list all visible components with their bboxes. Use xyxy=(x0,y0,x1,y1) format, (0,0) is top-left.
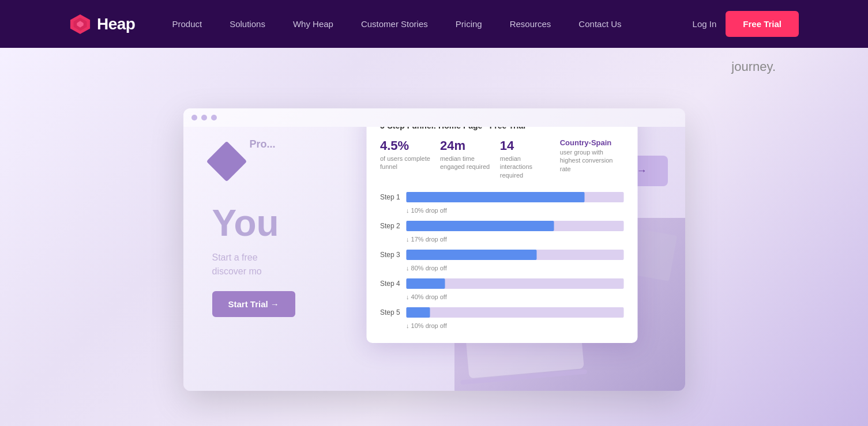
bar-fill-3 xyxy=(406,250,536,260)
chart-step-label-4: Step 4 xyxy=(380,280,406,288)
bar-bg-5 xyxy=(406,307,623,318)
chart-bars-3 xyxy=(406,247,623,262)
dropoff-text-1: ↓ 10% drop off xyxy=(406,207,447,214)
chart-bars-2 xyxy=(406,218,623,233)
bar-fill-4 xyxy=(406,278,445,289)
stat-interactions-value: 14 xyxy=(500,138,553,153)
chart-row-2: Step 2 xyxy=(380,218,623,233)
chart-step-label-3: Step 3 xyxy=(380,251,406,259)
chart-bars-4 xyxy=(406,276,623,291)
dropoff-row-4: ↓ 40% drop off xyxy=(380,293,623,300)
chart-row-3: Step 3 xyxy=(380,247,623,262)
dropoff-row-2: ↓ 17% drop off xyxy=(380,236,623,243)
bar-fill-2 xyxy=(406,221,554,231)
chart-row-1: Step 1 xyxy=(380,190,623,205)
nav-why-heap[interactable]: Why Heap xyxy=(279,0,347,48)
main-area: journey. Pro... You Start a freediscover… xyxy=(0,48,868,426)
nav-product[interactable]: Product xyxy=(158,0,216,48)
journey-text: journey. xyxy=(731,48,776,86)
heap-logo-icon xyxy=(69,13,91,35)
logo[interactable]: Heap xyxy=(69,13,135,35)
chart-step-label-1: Step 1 xyxy=(380,193,406,201)
chart-step-label-2: Step 2 xyxy=(380,222,406,230)
browser-titlebar xyxy=(183,108,685,127)
chart-bars-1 xyxy=(406,190,623,205)
stat-country: Country-Spain user group with highest co… xyxy=(560,138,623,179)
chart-step-label-5: Step 5 xyxy=(380,308,406,316)
dropoff-row-1: ↓ 10% drop off xyxy=(380,207,623,214)
browser-dot-1 xyxy=(191,115,197,120)
dropoff-row-5: ↓ 10% drop off xyxy=(380,322,623,329)
start-free-text: Start a freediscover mo xyxy=(212,251,262,278)
nav-contact-us[interactable]: Contact Us xyxy=(565,0,635,48)
funnel-stats: 4.5% of users complete funnel 24m median… xyxy=(380,138,623,179)
browser-content: Pro... You Start a freediscover mo Start… xyxy=(183,127,685,391)
chart-bars-5 xyxy=(406,305,623,320)
logo-text: Heap xyxy=(97,15,135,33)
nav-links: Product Solutions Why Heap Customer Stor… xyxy=(158,0,692,48)
chart-area: Step 1↓ 10% drop offStep 2↓ 17% drop off… xyxy=(380,190,623,329)
chart-row-4: Step 4 xyxy=(380,276,623,291)
dropoff-row-3: ↓ 80% drop off xyxy=(380,265,623,272)
funnel-card: 5-Step Funnel: Home Page - Free Trial 4.… xyxy=(366,127,637,343)
nav-actions: Log In Free Trial xyxy=(693,11,799,37)
stat-completion: 4.5% of users complete funnel xyxy=(380,138,440,179)
stat-interactions: 14 median interactions required xyxy=(500,138,560,179)
browser-dot-3 xyxy=(211,115,217,120)
stat-interactions-label: median interactions required xyxy=(500,154,553,179)
stat-country-name: Country-Spain xyxy=(560,138,623,147)
bar-fill-1 xyxy=(406,192,584,202)
stat-time-value: 24m xyxy=(440,138,493,153)
nav-customer-stories[interactable]: Customer Stories xyxy=(347,0,442,48)
dropoff-text-4: ↓ 40% drop off xyxy=(406,293,447,300)
stat-completion-value: 4.5% xyxy=(380,138,433,153)
nav-resources[interactable]: Resources xyxy=(496,0,565,48)
free-trial-button[interactable]: Free Trial xyxy=(726,11,799,37)
stat-time-label: median time engaged required xyxy=(440,154,493,171)
login-link[interactable]: Log In xyxy=(693,19,717,29)
dropoff-text-5: ↓ 10% drop off xyxy=(406,322,447,329)
nav-solutions[interactable]: Solutions xyxy=(216,0,279,48)
navbar: Heap Product Solutions Why Heap Customer… xyxy=(0,0,868,48)
you-heading: You xyxy=(212,202,279,244)
funnel-title: 5-Step Funnel: Home Page - Free Trial xyxy=(380,127,623,130)
bar-fill-5 xyxy=(406,307,430,318)
stat-time: 24m median time engaged required xyxy=(440,138,500,179)
dropoff-text-2: ↓ 17% drop off xyxy=(406,236,447,243)
browser-dot-2 xyxy=(201,115,207,120)
stat-completion-label: of users complete funnel xyxy=(380,154,433,171)
start-trial-button-bg[interactable]: Start Trial → xyxy=(212,291,295,317)
chart-row-5: Step 5 xyxy=(380,305,623,320)
nav-pricing[interactable]: Pricing xyxy=(442,0,496,48)
browser-window: Pro... You Start a freediscover mo Start… xyxy=(183,108,685,391)
pro-label: Pro... xyxy=(250,138,276,150)
diamond-shape xyxy=(206,141,247,182)
dropoff-text-3: ↓ 80% drop off xyxy=(406,265,447,272)
stat-country-label: user group with highest conversion rate xyxy=(560,148,623,173)
